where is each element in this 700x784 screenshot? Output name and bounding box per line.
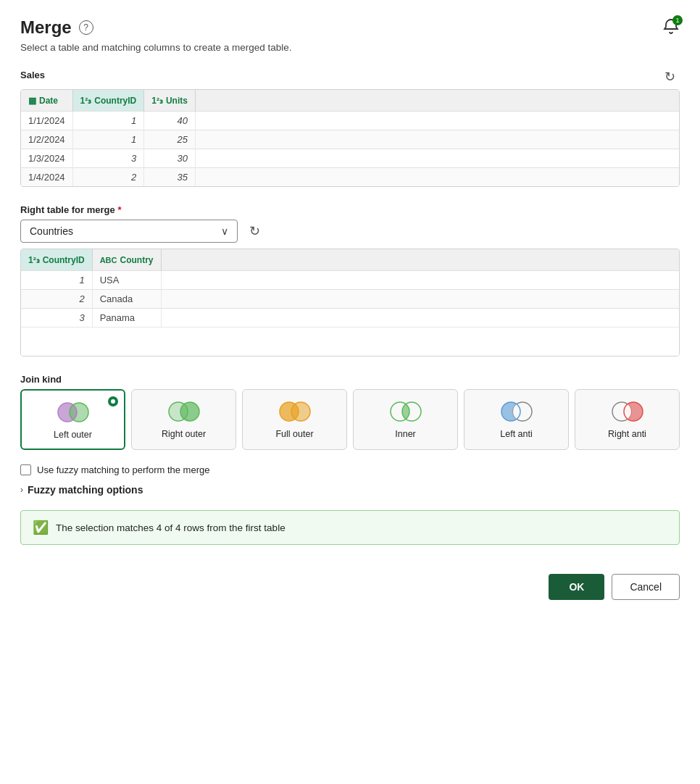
join-right-outer[interactable]: Right outer (131, 389, 236, 450)
join-kind-grid: Left outer Right outer Full outer (20, 389, 680, 450)
join-inner-label: Inner (395, 429, 416, 439)
chevron-right-icon: › (20, 485, 23, 495)
join-full-outer-label: Full outer (275, 429, 313, 439)
notification-icon[interactable]: 1 (662, 18, 680, 38)
countries-col-empty (161, 249, 679, 271)
table-row: 1/4/2024235 (21, 168, 679, 187)
table-row: 1/1/2024140 (21, 112, 679, 130)
join-right-outer-label: Right outer (162, 429, 206, 439)
help-icon[interactable]: ? (79, 20, 93, 35)
number-icon-2: 1²₃ (151, 96, 163, 106)
join-right-anti-label: Right anti (608, 429, 646, 439)
notification-badge: 1 (672, 15, 683, 25)
join-kind-section: Join kind Left outer Right outer (20, 374, 680, 450)
countries-col-country[interactable]: ABC Country (92, 249, 161, 271)
countries-col-countryid[interactable]: 1²₃ CountryID (21, 249, 92, 271)
right-table-section: Right table for merge * Countries ∨ ↻ (20, 204, 680, 243)
sales-table: ▦ Date 1²₃ CountryID 1²₃ Units (21, 90, 679, 186)
countries-table: 1²₃ CountryID ABC Country 1USA (21, 249, 679, 327)
sales-col-date[interactable]: ▦ Date (21, 90, 72, 112)
join-inner[interactable]: Inner (353, 389, 458, 450)
join-left-anti-label: Left anti (500, 429, 532, 439)
right-table-refresh-button[interactable]: ↻ (245, 222, 264, 241)
fuzzy-checkbox[interactable] (20, 464, 31, 475)
countries-table-section: 1²₃ CountryID ABC Country 1USA (20, 249, 680, 356)
inner-venn (387, 400, 425, 423)
status-bar: ✅ The selection matches 4 of 4 rows from… (20, 510, 680, 545)
left-anti-venn (498, 400, 536, 423)
sales-col-units[interactable]: 1²₃ Units (144, 90, 196, 112)
join-right-anti[interactable]: Right anti (575, 389, 680, 450)
required-star: * (117, 204, 121, 215)
sales-col-countryid[interactable]: 1²₃ CountryID (72, 90, 144, 112)
fuzzy-options-row[interactable]: › Fuzzy matching options (20, 484, 680, 496)
right-table-label: Right table for merge * (20, 204, 680, 215)
calendar-icon: ▦ (28, 96, 36, 106)
chevron-down-icon: ∨ (221, 225, 228, 237)
dropdown-value: Countries (30, 225, 73, 237)
right-table-dropdown[interactable]: Countries ∨ (20, 220, 238, 243)
join-full-outer[interactable]: Full outer (242, 389, 347, 450)
sales-table-section: Sales ↻ ▦ Date 1²₃ CountryID (20, 67, 680, 187)
selected-indicator (108, 396, 118, 406)
fuzzy-options-label: Fuzzy matching options (28, 484, 143, 496)
sales-refresh-button[interactable]: ↻ (660, 67, 680, 86)
table-row: 1USA (21, 271, 679, 290)
full-outer-venn (276, 400, 314, 423)
cancel-button[interactable]: Cancel (612, 574, 680, 600)
right-outer-venn (165, 400, 203, 423)
fuzzy-checkbox-row: Use fuzzy matching to perform the merge (20, 464, 680, 475)
abc-icon: ABC (100, 256, 117, 264)
join-left-anti[interactable]: Left anti (464, 389, 569, 450)
table-row: 2Canada (21, 290, 679, 309)
status-message: The selection matches 4 of 4 rows from t… (56, 522, 286, 533)
table-row: 3Panama (21, 309, 679, 328)
page-subtitle: Select a table and matching columns to c… (20, 42, 680, 53)
countries-table-wrapper: 1²₃ CountryID ABC Country 1USA (20, 249, 680, 356)
check-circle-icon: ✅ (33, 520, 49, 535)
ok-button[interactable]: OK (549, 574, 604, 600)
footer-buttons: OK Cancel (20, 568, 680, 600)
sales-table-wrapper: ▦ Date 1²₃ CountryID 1²₃ Units (20, 89, 680, 187)
sales-col-empty (195, 90, 679, 112)
fuzzy-checkbox-label: Use fuzzy matching to perform the merge (37, 464, 209, 475)
table-row: 1/3/2024330 (21, 149, 679, 168)
sales-table-label: Sales (20, 70, 45, 80)
table-row: 1/2/2024125 (21, 130, 679, 149)
number-icon-1: 1²₃ (80, 96, 92, 106)
number-icon-3: 1²₃ (28, 255, 40, 265)
join-left-outer[interactable]: Left outer (20, 389, 125, 450)
join-left-outer-label: Left outer (54, 430, 92, 440)
join-kind-label: Join kind (20, 374, 680, 385)
left-outer-venn (54, 401, 92, 424)
page-title: Merge (20, 17, 72, 38)
right-anti-venn (609, 400, 646, 423)
